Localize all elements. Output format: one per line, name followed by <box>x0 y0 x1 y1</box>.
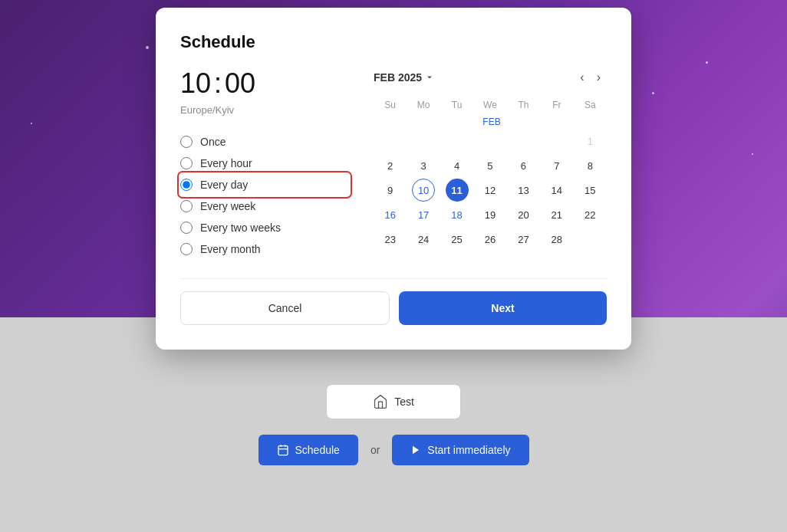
modal-body: 10 : 00 Europe/Kyiv Once Every hour <box>180 67 607 260</box>
radio-label-every-two-weeks: Every two weeks <box>200 222 281 234</box>
radio-input-every-month[interactable] <box>180 243 193 255</box>
cal-day-26[interactable]: 26 <box>479 228 502 251</box>
cal-day-13[interactable]: 13 <box>512 179 535 202</box>
frequency-radio-group: Once Every hour Every day Every week <box>180 131 349 260</box>
radio-label-every-month: Every month <box>200 243 261 255</box>
cal-day-1[interactable]: 1 <box>578 130 601 153</box>
next-button[interactable]: Next <box>399 291 607 325</box>
calendar-week-1: 1 <box>374 129 607 153</box>
radio-label-every-hour: Every hour <box>200 157 252 169</box>
month-label-row: FEB <box>374 113 607 129</box>
day-header-tu: Tu <box>440 97 473 113</box>
cal-day-19[interactable]: 19 <box>479 203 502 226</box>
day-header-sa: Sa <box>574 97 607 113</box>
cal-day-3[interactable]: 3 <box>412 154 435 177</box>
day-header-we: We <box>473 97 506 113</box>
time-colon: : <box>214 67 222 100</box>
modal-footer: Cancel Next <box>180 291 607 325</box>
modal-divider <box>180 278 607 279</box>
calendar-header: FEB 2025 ‹ › <box>374 67 607 87</box>
radio-input-every-day[interactable] <box>180 179 193 191</box>
cal-empty <box>545 130 568 153</box>
cal-day-17[interactable]: 17 <box>412 203 435 226</box>
cal-day-8[interactable]: 8 <box>578 154 601 177</box>
timezone-label: Europe/Kyiv <box>180 104 349 116</box>
calendar-week-3: 9 10 11 12 13 14 15 <box>374 178 607 202</box>
cal-empty <box>578 228 601 251</box>
modal-backdrop: Schedule 10 : 00 Europe/Kyiv Once <box>0 0 787 532</box>
month-year-text: FEB 2025 <box>374 71 422 84</box>
time-hour: 10 <box>180 67 211 100</box>
cal-empty <box>446 130 469 153</box>
cal-empty <box>379 130 402 153</box>
cal-day-27[interactable]: 27 <box>512 228 535 251</box>
prev-month-button[interactable]: ‹ <box>574 67 590 87</box>
calendar-days-header: Su Mo Tu We Th Fr Sa <box>374 97 607 113</box>
radio-label-every-week: Every week <box>200 200 255 212</box>
cal-day-20[interactable]: 20 <box>512 203 535 226</box>
radio-every-day[interactable]: Every day <box>180 174 349 195</box>
cal-day-5[interactable]: 5 <box>479 154 502 177</box>
radio-every-hour[interactable]: Every hour <box>180 153 349 174</box>
calendar-week-5: 23 24 25 26 27 28 <box>374 227 607 251</box>
day-header-su: Su <box>374 97 407 113</box>
cal-day-14[interactable]: 14 <box>545 179 568 202</box>
cal-day-4[interactable]: 4 <box>446 154 469 177</box>
radio-input-every-hour[interactable] <box>180 157 193 169</box>
cal-day-10[interactable]: 10 <box>412 179 435 202</box>
cal-day-16[interactable]: 16 <box>379 203 402 226</box>
cal-day-18[interactable]: 18 <box>446 203 469 226</box>
radio-once[interactable]: Once <box>180 131 349 153</box>
schedule-modal: Schedule 10 : 00 Europe/Kyiv Once <box>156 8 631 350</box>
cal-day-21[interactable]: 21 <box>545 203 568 226</box>
radio-every-month[interactable]: Every month <box>180 238 349 260</box>
radio-label-every-day: Every day <box>200 179 248 191</box>
radio-every-two-weeks[interactable]: Every two weeks <box>180 217 349 238</box>
cal-day-2[interactable]: 2 <box>379 154 402 177</box>
cal-empty <box>479 130 502 153</box>
cal-empty <box>512 130 535 153</box>
calendar-nav: ‹ › <box>574 67 607 87</box>
cal-day-9[interactable]: 9 <box>379 179 402 202</box>
radio-input-every-two-weeks[interactable] <box>180 222 193 234</box>
time-display: 10 : 00 <box>180 67 349 100</box>
cal-day-25[interactable]: 25 <box>446 228 469 251</box>
calendar-grid: Su Mo Tu We Th Fr Sa FEB <box>374 97 607 251</box>
cal-day-15[interactable]: 15 <box>578 179 601 202</box>
left-panel: 10 : 00 Europe/Kyiv Once Every hour <box>180 67 349 260</box>
cal-day-7[interactable]: 7 <box>545 154 568 177</box>
day-header-mo: Mo <box>407 97 440 113</box>
calendar-week-2: 2 3 4 5 6 7 8 <box>374 153 607 178</box>
calendar-week-4: 16 17 18 19 20 21 22 <box>374 202 607 227</box>
cal-day-22[interactable]: 22 <box>578 203 601 226</box>
chevron-down-icon <box>425 73 434 82</box>
cal-day-24[interactable]: 24 <box>412 228 435 251</box>
cal-day-11[interactable]: 11 <box>446 179 469 202</box>
radio-input-every-week[interactable] <box>180 200 193 212</box>
cal-day-28[interactable]: 28 <box>545 228 568 251</box>
cal-empty <box>412 130 435 153</box>
next-month-button[interactable]: › <box>591 67 607 87</box>
cal-day-6[interactable]: 6 <box>512 154 535 177</box>
radio-label-once: Once <box>200 136 226 148</box>
day-header-fr: Fr <box>540 97 573 113</box>
calendar-panel: FEB 2025 ‹ › Su Mo Tu <box>374 67 607 260</box>
feb-row-label: FEB <box>374 113 607 129</box>
modal-title: Schedule <box>180 32 607 52</box>
cancel-button[interactable]: Cancel <box>180 291 390 325</box>
radio-every-week[interactable]: Every week <box>180 195 349 217</box>
month-year-label[interactable]: FEB 2025 <box>374 71 434 84</box>
time-minute: 00 <box>225 67 255 100</box>
radio-input-once[interactable] <box>180 136 193 148</box>
day-header-th: Th <box>507 97 540 113</box>
cal-day-12[interactable]: 12 <box>479 179 502 202</box>
cal-day-23[interactable]: 23 <box>379 228 402 251</box>
